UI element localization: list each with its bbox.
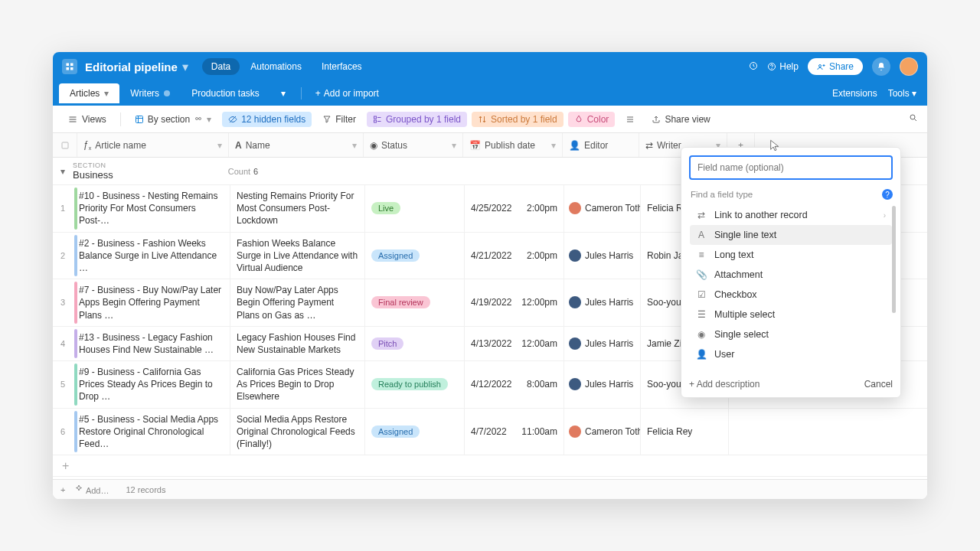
cell-article[interactable]: #13 - Business - Legacy Fashion Houses F… [79,327,230,360]
table-row[interactable]: 6 #5 - Business - Social Media Apps Rest… [53,409,927,456]
cell-status[interactable]: Ready to publish [365,361,465,408]
plus-icon: + [315,88,321,99]
column-article-name[interactable]: ƒx Article name ▾ [77,133,229,157]
cell-name[interactable]: Nesting Remains Priority For Most Consum… [230,185,365,232]
cell-name[interactable]: Fashion Weeks Balance Surge in Live Atte… [230,233,365,279]
cell-status[interactable]: Live [365,185,465,232]
help-button[interactable]: Help [767,61,799,72]
history-icon[interactable] [749,61,758,73]
cell-name[interactable]: Buy Now/Pay Later Apps Begin Offering Pa… [230,279,365,326]
field-type-icon: 📎 [696,269,707,280]
cancel-button[interactable]: Cancel [864,379,893,390]
help-icon[interactable]: ? [882,189,893,200]
share-button[interactable]: Share [808,58,863,75]
cell-date[interactable]: 4/25/20222:00pm [465,185,564,232]
tab-writers[interactable]: Writers [119,83,181,103]
views-button[interactable]: Views [62,111,113,128]
row-number: 2 [53,233,73,279]
link-icon: ⇄ [645,140,653,151]
field-type-option[interactable]: ⇄ Link to another record › [690,205,892,225]
column-editor[interactable]: 👤 Editor [563,133,639,157]
field-type-option[interactable]: ◉ Single select [690,324,892,344]
tab-production[interactable]: Production tasks [181,83,270,103]
field-type-option[interactable]: 👤 User [690,344,892,364]
select-all-checkbox[interactable] [53,133,77,157]
cell-date[interactable]: 4/7/202211:00am [465,409,564,455]
add-record-button[interactable]: + [60,485,65,494]
field-type-option[interactable]: ☑ Checkbox [690,285,892,305]
add-row-button[interactable]: + [53,455,927,477]
base-title[interactable]: Editorial pipeline [85,60,178,73]
field-name-input[interactable] [689,155,893,180]
row-number: 1 [53,185,73,232]
calendar-icon: 📅 [469,140,481,151]
chevron-down-icon[interactable]: ▾ [182,60,188,74]
cell-date[interactable]: 4/13/202212:00am [465,327,564,360]
toolbar-right [909,113,918,125]
cell-editor[interactable]: Jules Harris [564,233,641,279]
cell-editor[interactable]: Cameron Toth [564,185,641,232]
cell-article[interactable]: #9 - Business - California Gas Prices St… [79,361,230,408]
cursor-icon [769,139,781,152]
cell-date[interactable]: 4/12/20228:00am [465,361,564,408]
popup-footer: + Add description Cancel [689,373,893,390]
select-icon: ◉ [370,140,377,151]
base-icon[interactable] [62,59,77,74]
tools-link[interactable]: Tools ▾ [888,88,916,99]
find-field-type-label: Find a field type ? [691,189,893,200]
nav-automations[interactable]: Automations [241,58,311,75]
cell-writer[interactable]: Felicia Rey [641,409,729,455]
cell-status[interactable]: Final review [365,279,465,326]
search-icon[interactable] [909,113,918,125]
field-type-icon: ⇄ [696,210,707,220]
color-button[interactable]: Color [568,112,616,127]
notifications-icon[interactable] [872,57,890,76]
add-description-button[interactable]: + Add description [689,379,760,390]
cell-article[interactable]: #10 - Business - Nesting Remains Priorit… [79,185,230,232]
text-icon: A [235,140,242,151]
column-publish-date[interactable]: 📅 Publish date ▾ [463,133,563,157]
view-name[interactable]: By section ▾ [129,112,217,127]
cell-status[interactable]: Pitch [365,327,465,360]
sort-button[interactable]: Sorted by 1 field [472,112,564,127]
cell-status[interactable]: Assigned [365,409,465,455]
column-status[interactable]: ◉ Status ▾ [364,133,463,157]
nav-data[interactable]: Data [202,58,240,75]
cell-status[interactable]: Assigned [365,233,465,279]
cell-editor[interactable]: Jules Harris [564,361,641,408]
field-type-option[interactable]: ☰ Multiple select [690,305,892,324]
field-type-option[interactable]: A Single line text [690,225,892,245]
cell-name[interactable]: Social Media Apps Restore Original Chron… [230,409,365,455]
nav-interfaces[interactable]: Interfaces [312,58,371,75]
hidden-fields-button[interactable]: 12 hidden fields [222,112,312,127]
scrollbar[interactable] [892,206,896,313]
tab-articles[interactable]: Articles ▾ [59,83,119,103]
magic-add-button[interactable]: Add… [74,484,109,495]
chevron-right-icon: › [884,211,886,220]
top-right: Help Share [749,57,918,76]
cell-article[interactable]: #5 - Business - Social Media Apps Restor… [79,409,230,455]
group-button[interactable]: Grouped by 1 field [367,112,467,127]
cell-name[interactable]: California Gas Prices Steady As Prices B… [230,361,365,408]
extensions-link[interactable]: Extensions [832,88,877,99]
svg-rect-11 [136,116,142,122]
field-type-option[interactable]: ≡ Long text [690,245,892,265]
user-icon: 👤 [569,140,580,151]
cell-editor[interactable]: Cameron Toth [564,409,641,455]
tab-menu[interactable]: ▾ [270,83,296,103]
user-avatar[interactable] [900,57,918,76]
cell-editor[interactable]: Jules Harris [564,327,641,360]
field-type-option[interactable]: 📎 Attachment [690,265,892,285]
row-height-button[interactable] [619,112,641,126]
chevron-down-icon: ▾ [104,88,109,99]
cell-name[interactable]: Legacy Fashion Houses Find New Sustainab… [230,327,365,360]
cell-article[interactable]: #7 - Business - Buy Now/Pay Later Apps B… [79,279,230,326]
share-view-button[interactable]: Share view [645,112,716,127]
filter-button[interactable]: Filter [316,112,362,127]
cell-date[interactable]: 4/19/202212:00pm [465,279,564,326]
column-name[interactable]: A Name ▾ [229,133,364,157]
cell-editor[interactable]: Jules Harris [564,279,641,326]
add-or-import-button[interactable]: + Add or import [309,85,385,102]
cell-article[interactable]: #2 - Business - Fashion Weeks Balance Su… [79,233,230,279]
cell-date[interactable]: 4/21/20222:00pm [465,233,564,279]
